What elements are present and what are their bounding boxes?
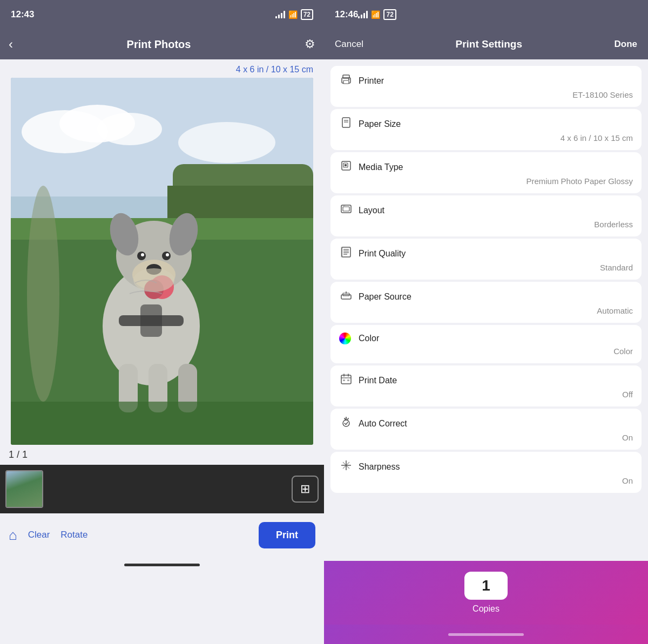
svg-rect-39: [345, 164, 347, 166]
printer-value: ET-18100 Series: [339, 90, 633, 99]
paper-size-icon: [339, 117, 353, 131]
svg-rect-56: [347, 379, 349, 381]
page-counter: 1 / 1: [0, 445, 324, 465]
home-indicator-left: [0, 557, 324, 573]
setting-row-printer[interactable]: Printer ET-18100 Series: [330, 66, 642, 107]
paper-source-icon: [339, 289, 353, 304]
settings-title: Print Settings: [455, 38, 522, 50]
battery-left: 72: [301, 9, 313, 20]
settings-list: Printer ET-18100 Series Paper Size 4 x 6…: [324, 59, 648, 559]
photo-size-label: 4 x 6 in / 10 x 15 cm: [0, 59, 324, 78]
color-wheel-icon: [339, 333, 351, 344]
home-indicator-right: [324, 625, 648, 644]
setting-header-media-type: Media Type: [339, 160, 633, 174]
svg-rect-29: [11, 402, 313, 445]
thumbnail-strip: ⊞: [0, 465, 324, 513]
layout-icon: [339, 203, 353, 218]
status-icons-right: 📶 72: [358, 9, 396, 20]
layout-value: Borderless: [339, 220, 633, 229]
setting-row-layout[interactable]: Layout Borderless: [330, 195, 642, 236]
svg-rect-34: [342, 118, 350, 127]
setting-row-paper-source[interactable]: Paper Source Automatic: [330, 282, 642, 323]
svg-point-10: [27, 186, 59, 402]
setting-header-color: Color: [339, 333, 633, 344]
setting-header-paper-source: Paper Source: [339, 289, 633, 304]
svg-point-23: [133, 268, 174, 292]
setting-header-print-date: Print Date: [339, 373, 633, 388]
setting-row-print-quality[interactable]: Print Quality Standard: [330, 239, 642, 280]
printer-label: Printer: [359, 76, 384, 86]
auto-correct-label: Auto Correct: [359, 419, 407, 429]
gear-icon[interactable]: ⚙: [305, 37, 315, 51]
add-photo-button[interactable]: ⊞: [292, 476, 319, 503]
paper-size-label: Paper Size: [359, 119, 401, 129]
svg-rect-55: [343, 379, 345, 381]
color-value: Color: [339, 347, 633, 356]
status-icons-left: 📶 72: [275, 9, 313, 20]
auto-correct-value: On: [339, 433, 633, 442]
wifi-icon-left: 📶: [288, 10, 298, 19]
setting-header-printer: Printer: [339, 73, 633, 88]
status-bar-left: 12:43 📶 72: [0, 0, 324, 29]
svg-rect-41: [343, 207, 349, 211]
svg-rect-42: [342, 247, 350, 257]
auto-correct-icon: [339, 416, 353, 431]
setting-row-print-date[interactable]: Print Date Off: [330, 365, 642, 406]
setting-row-media-type[interactable]: Media Type Premium Photo Paper Glossy: [330, 152, 642, 193]
battery-right: 72: [383, 9, 396, 20]
svg-rect-47: [341, 247, 342, 257]
sharpness-icon: [339, 459, 353, 474]
media-type-value: Premium Photo Paper Glossy: [339, 177, 633, 186]
print-date-label: Print Date: [359, 376, 397, 385]
svg-line-58: [347, 418, 348, 420]
signal-icon-right: [358, 11, 368, 18]
svg-point-20: [166, 253, 169, 256]
print-quality-value: Standard: [339, 263, 633, 272]
setting-header-layout: Layout: [339, 203, 633, 218]
sharpness-label: Sharpness: [359, 462, 400, 472]
back-button[interactable]: ‹: [9, 37, 13, 52]
svg-rect-32: [343, 80, 349, 84]
paper-source-value: Automatic: [339, 306, 633, 315]
cancel-button[interactable]: Cancel: [335, 39, 363, 50]
svg-rect-51: [341, 375, 351, 384]
home-bar-right: [448, 633, 524, 636]
color-label: Color: [359, 334, 379, 343]
sharpness-value: On: [339, 476, 633, 485]
svg-rect-28: [140, 304, 162, 337]
nav-bar-right: Cancel Print Settings Done: [324, 29, 648, 59]
nav-bar-left: ‹ Print Photos ⚙: [0, 29, 324, 59]
home-bar-left: [124, 564, 200, 566]
print-button[interactable]: Print: [259, 522, 315, 548]
photo-preview: [11, 78, 313, 445]
setting-header-auto-correct: Auto Correct: [339, 416, 633, 431]
svg-point-5: [178, 122, 275, 163]
right-panel: 12:46 📶 72 Cancel Print Settings Done: [324, 0, 648, 644]
setting-row-sharpness[interactable]: Sharpness On: [330, 452, 642, 493]
status-bar-right: 12:46 📶 72: [324, 0, 648, 29]
setting-row-paper-size[interactable]: Paper Size 4 x 6 in / 10 x 15 cm: [330, 109, 642, 150]
copies-section: 1 Copies: [324, 561, 648, 625]
thumbnail-item[interactable]: [5, 470, 43, 508]
print-date-value: Off: [339, 390, 633, 399]
home-icon: ⌂: [9, 527, 17, 544]
print-date-icon: [339, 373, 353, 388]
setting-header-print-quality: Print Quality: [339, 246, 633, 261]
photo-container: [11, 78, 313, 445]
setting-row-color[interactable]: Color Color: [330, 325, 642, 363]
setting-row-auto-correct[interactable]: Auto Correct On: [330, 409, 642, 450]
page-title: Print Photos: [127, 38, 191, 51]
svg-point-19: [141, 253, 144, 256]
done-button[interactable]: Done: [615, 39, 638, 50]
home-button[interactable]: ⌂: [9, 527, 17, 544]
print-quality-label: Print Quality: [359, 249, 406, 259]
copies-count[interactable]: 1: [464, 572, 508, 600]
rotate-button[interactable]: Rotate: [60, 530, 87, 540]
time-right: 12:46: [335, 9, 358, 20]
left-panel: 12:43 📶 72 ‹ Print Photos ⚙ 4 x 6 in / 1…: [0, 0, 324, 644]
media-type-label: Media Type: [359, 162, 403, 172]
clear-button[interactable]: Clear: [28, 530, 50, 540]
printer-icon: [339, 73, 353, 88]
svg-point-60: [343, 420, 349, 426]
thumbnail-image: [6, 471, 42, 507]
